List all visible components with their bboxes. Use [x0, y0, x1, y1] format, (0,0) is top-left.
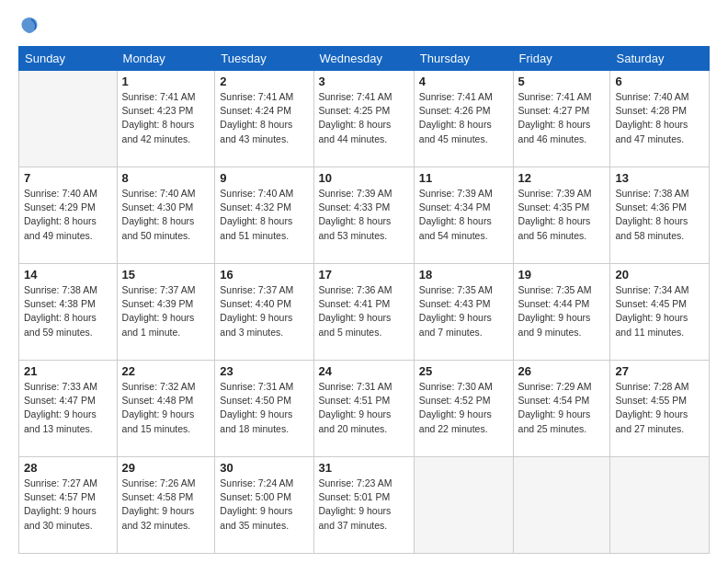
day-number: 10: [319, 171, 409, 185]
day-info: Sunrise: 7:40 AMSunset: 4:30 PMDaylight:…: [122, 187, 210, 243]
calendar-week-row: 1Sunrise: 7:41 AMSunset: 4:23 PMDaylight…: [19, 71, 710, 167]
day-info: Sunrise: 7:26 AMSunset: 4:58 PMDaylight:…: [122, 477, 210, 533]
calendar-cell: 3Sunrise: 7:41 AMSunset: 4:25 PMDaylight…: [313, 71, 414, 167]
day-info: Sunrise: 7:33 AMSunset: 4:47 PMDaylight:…: [24, 380, 112, 436]
calendar-cell: 10Sunrise: 7:39 AMSunset: 4:33 PMDayligh…: [313, 167, 414, 264]
calendar-cell: 8Sunrise: 7:40 AMSunset: 4:30 PMDaylight…: [117, 167, 215, 264]
calendar-cell: 15Sunrise: 7:37 AMSunset: 4:39 PMDayligh…: [117, 264, 215, 361]
day-number: 14: [24, 268, 112, 282]
calendar-cell: [19, 71, 118, 167]
day-info: Sunrise: 7:39 AMSunset: 4:35 PMDaylight:…: [518, 187, 606, 243]
day-number: 20: [615, 268, 704, 282]
calendar-cell: 24Sunrise: 7:31 AMSunset: 4:51 PMDayligh…: [313, 361, 414, 457]
calendar-cell: 2Sunrise: 7:41 AMSunset: 4:24 PMDaylight…: [215, 71, 313, 167]
calendar-cell: [513, 457, 610, 554]
day-number: 13: [615, 171, 704, 185]
day-number: 9: [220, 171, 308, 185]
calendar-cell: 7Sunrise: 7:40 AMSunset: 4:29 PMDaylight…: [19, 167, 118, 264]
day-info: Sunrise: 7:32 AMSunset: 4:48 PMDaylight:…: [122, 380, 210, 436]
day-info: Sunrise: 7:23 AMSunset: 5:01 PMDaylight:…: [319, 477, 409, 533]
day-info: Sunrise: 7:35 AMSunset: 4:44 PMDaylight:…: [518, 283, 606, 339]
calendar-week-row: 14Sunrise: 7:38 AMSunset: 4:38 PMDayligh…: [19, 264, 710, 361]
calendar-week-row: 21Sunrise: 7:33 AMSunset: 4:47 PMDayligh…: [19, 361, 710, 457]
day-info: Sunrise: 7:27 AMSunset: 4:57 PMDaylight:…: [24, 477, 112, 533]
day-number: 7: [24, 171, 112, 185]
calendar-table: SundayMondayTuesdayWednesdayThursdayFrid…: [18, 46, 710, 554]
calendar-cell: 21Sunrise: 7:33 AMSunset: 4:47 PMDayligh…: [19, 361, 118, 457]
day-number: 17: [319, 268, 409, 282]
logo-icon: [18, 15, 40, 37]
calendar-cell: 16Sunrise: 7:37 AMSunset: 4:40 PMDayligh…: [215, 264, 313, 361]
calendar-cell: 31Sunrise: 7:23 AMSunset: 5:01 PMDayligh…: [313, 457, 414, 554]
day-info: Sunrise: 7:30 AMSunset: 4:52 PMDaylight:…: [419, 380, 508, 436]
calendar-cell: 18Sunrise: 7:35 AMSunset: 4:43 PMDayligh…: [414, 264, 513, 361]
calendar-cell: 11Sunrise: 7:39 AMSunset: 4:34 PMDayligh…: [414, 167, 513, 264]
day-info: Sunrise: 7:37 AMSunset: 4:39 PMDaylight:…: [122, 283, 210, 339]
day-info: Sunrise: 7:41 AMSunset: 4:26 PMDaylight:…: [419, 90, 508, 146]
day-info: Sunrise: 7:41 AMSunset: 4:23 PMDaylight:…: [122, 90, 210, 146]
calendar-cell: 17Sunrise: 7:36 AMSunset: 4:41 PMDayligh…: [313, 264, 414, 361]
day-info: Sunrise: 7:39 AMSunset: 4:33 PMDaylight:…: [319, 187, 409, 243]
day-info: Sunrise: 7:38 AMSunset: 4:38 PMDaylight:…: [24, 283, 112, 339]
calendar-cell: 12Sunrise: 7:39 AMSunset: 4:35 PMDayligh…: [513, 167, 610, 264]
day-info: Sunrise: 7:31 AMSunset: 4:51 PMDaylight:…: [319, 380, 409, 436]
day-info: Sunrise: 7:24 AMSunset: 5:00 PMDaylight:…: [220, 477, 308, 533]
day-number: 2: [220, 75, 308, 88]
day-info: Sunrise: 7:41 AMSunset: 4:24 PMDaylight:…: [220, 90, 308, 146]
calendar-cell: 23Sunrise: 7:31 AMSunset: 4:50 PMDayligh…: [215, 361, 313, 457]
day-info: Sunrise: 7:39 AMSunset: 4:34 PMDaylight:…: [419, 187, 508, 243]
day-number: 22: [122, 364, 210, 378]
day-number: 18: [419, 268, 508, 282]
day-number: 29: [122, 461, 210, 475]
day-number: 31: [319, 461, 409, 475]
weekday-header: Sunday: [19, 47, 118, 71]
calendar-cell: 25Sunrise: 7:30 AMSunset: 4:52 PMDayligh…: [414, 361, 513, 457]
calendar-cell: [414, 457, 513, 554]
day-number: 26: [518, 364, 606, 378]
day-number: 16: [220, 268, 308, 282]
day-number: 24: [319, 364, 409, 378]
weekday-header: Friday: [513, 47, 610, 71]
day-number: 6: [615, 75, 704, 88]
day-number: 3: [319, 75, 409, 88]
day-info: Sunrise: 7:37 AMSunset: 4:40 PMDaylight:…: [220, 283, 308, 339]
weekday-header: Saturday: [610, 47, 710, 71]
calendar-cell: [610, 457, 710, 554]
calendar-week-row: 28Sunrise: 7:27 AMSunset: 4:57 PMDayligh…: [19, 457, 710, 554]
logo: [18, 15, 44, 37]
calendar-cell: 20Sunrise: 7:34 AMSunset: 4:45 PMDayligh…: [610, 264, 710, 361]
calendar-cell: 1Sunrise: 7:41 AMSunset: 4:23 PMDaylight…: [117, 71, 215, 167]
calendar-cell: 5Sunrise: 7:41 AMSunset: 4:27 PMDaylight…: [513, 71, 610, 167]
day-info: Sunrise: 7:34 AMSunset: 4:45 PMDaylight:…: [615, 283, 704, 339]
day-number: 12: [518, 171, 606, 185]
calendar-week-row: 7Sunrise: 7:40 AMSunset: 4:29 PMDaylight…: [19, 167, 710, 264]
day-number: 5: [518, 75, 606, 88]
calendar-cell: 4Sunrise: 7:41 AMSunset: 4:26 PMDaylight…: [414, 71, 513, 167]
weekday-header: Tuesday: [215, 47, 313, 71]
calendar-cell: 26Sunrise: 7:29 AMSunset: 4:54 PMDayligh…: [513, 361, 610, 457]
header: [18, 15, 710, 37]
day-number: 19: [518, 268, 606, 282]
day-info: Sunrise: 7:40 AMSunset: 4:29 PMDaylight:…: [24, 187, 112, 243]
weekday-header-row: SundayMondayTuesdayWednesdayThursdayFrid…: [19, 47, 710, 71]
weekday-header: Wednesday: [313, 47, 414, 71]
weekday-header: Monday: [117, 47, 215, 71]
calendar-cell: 28Sunrise: 7:27 AMSunset: 4:57 PMDayligh…: [19, 457, 118, 554]
day-number: 28: [24, 461, 112, 475]
weekday-header: Thursday: [414, 47, 513, 71]
day-number: 21: [24, 364, 112, 378]
calendar-cell: 13Sunrise: 7:38 AMSunset: 4:36 PMDayligh…: [610, 167, 710, 264]
day-number: 11: [419, 171, 508, 185]
day-number: 4: [419, 75, 508, 88]
calendar-cell: 6Sunrise: 7:40 AMSunset: 4:28 PMDaylight…: [610, 71, 710, 167]
calendar-cell: 14Sunrise: 7:38 AMSunset: 4:38 PMDayligh…: [19, 264, 118, 361]
day-number: 23: [220, 364, 308, 378]
day-info: Sunrise: 7:35 AMSunset: 4:43 PMDaylight:…: [419, 283, 508, 339]
day-info: Sunrise: 7:38 AMSunset: 4:36 PMDaylight:…: [615, 187, 704, 243]
day-info: Sunrise: 7:41 AMSunset: 4:27 PMDaylight:…: [518, 90, 606, 146]
day-number: 27: [615, 364, 704, 378]
day-info: Sunrise: 7:29 AMSunset: 4:54 PMDaylight:…: [518, 380, 606, 436]
calendar-page: SundayMondayTuesdayWednesdayThursdayFrid…: [0, 0, 728, 563]
day-info: Sunrise: 7:40 AMSunset: 4:28 PMDaylight:…: [615, 90, 704, 146]
calendar-cell: 30Sunrise: 7:24 AMSunset: 5:00 PMDayligh…: [215, 457, 313, 554]
